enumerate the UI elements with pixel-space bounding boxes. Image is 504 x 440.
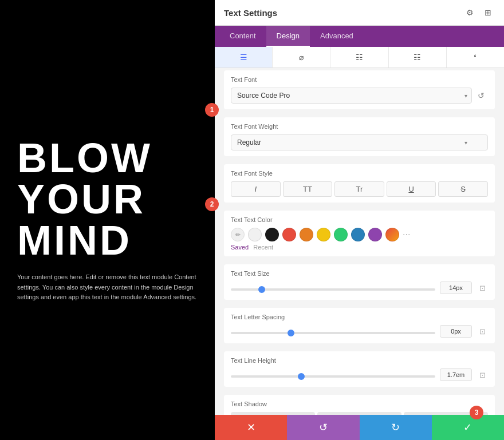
letter-spacing-responsive-btn[interactable]: ⊡ (477, 326, 488, 337)
capitalize-btn[interactable]: Tr (334, 181, 384, 197)
color-swatch-white[interactable] (248, 228, 262, 241)
step-badge-3: 3 (470, 406, 483, 419)
letter-spacing-slider-wrap (231, 326, 435, 336)
color-swatch-gradient[interactable] (385, 228, 399, 241)
line-height-value[interactable] (440, 368, 472, 381)
color-picker-btn[interactable]: ✏ (231, 228, 245, 241)
text-font-select[interactable]: Source Code Pro Arial Georgia (231, 88, 472, 104)
color-swatch-yellow[interactable] (317, 228, 330, 241)
text-size-value[interactable] (440, 282, 472, 294)
letter-spacing-slider-row: ⊡ (231, 325, 488, 338)
line-height-slider-row: ⊡ (231, 368, 488, 381)
step-badge-1: 1 (205, 103, 219, 117)
settings-panel: Text Settings ⚙ ⊞ Content Design Advance… (215, 0, 504, 440)
align-center-btn[interactable]: ☷ (330, 47, 388, 68)
uppercase-btn[interactable]: TT (283, 181, 333, 197)
align-left-btn[interactable]: ☰ (215, 47, 273, 68)
modal-title: Text Settings (224, 8, 277, 18)
text-size-slider[interactable] (231, 288, 435, 291)
saved-label[interactable]: Saved (231, 244, 249, 251)
align-right-btn[interactable]: ☷ (389, 47, 447, 68)
italic-btn[interactable]: I (231, 181, 281, 197)
text-size-responsive-btn[interactable]: ⊡ (477, 282, 488, 294)
line-height-group: Text Line Height ⊡ (224, 351, 495, 387)
letter-spacing-label: Text Letter Spacing (231, 314, 488, 320)
color-swatch-blue[interactable] (351, 228, 365, 241)
color-swatch-orange[interactable] (300, 228, 313, 241)
alignment-row: ☰ ⌀ ☷ ☷ ❛ (215, 47, 504, 68)
strikethrough-btn[interactable]: S (438, 181, 488, 197)
text-size-label: Text Text Size (231, 270, 488, 277)
font-reset-btn[interactable]: ↺ (474, 89, 488, 102)
preview-panel: BLOW YOUR MIND Your content goes here. E… (0, 0, 215, 440)
color-more-btn[interactable]: ··· (403, 230, 410, 239)
text-size-slider-wrap (231, 283, 435, 293)
redo-button[interactable]: ↻ (360, 415, 432, 440)
text-shadow-label: Text Shadow (231, 401, 488, 407)
style-buttons: I TT Tr U S (231, 181, 488, 197)
align-none-btn[interactable]: ⌀ (273, 47, 330, 68)
tab-advanced[interactable]: Advanced (310, 26, 364, 47)
text-color-label: Text Text Color (231, 216, 488, 223)
letter-spacing-group: Text Letter Spacing ⊡ (224, 308, 495, 343)
color-row: ✏ ··· (231, 228, 488, 241)
text-size-slider-row: ⊡ (231, 282, 488, 294)
text-font-weight-group: Text Font Weight Regular Bold Light ▾ (224, 117, 495, 156)
text-font-weight-select[interactable]: Regular Bold Light (231, 134, 488, 150)
align-quote-btn[interactable]: ❛ (447, 47, 504, 68)
saved-recent-row: Saved Recent (231, 244, 488, 251)
text-shadow-group: Text Shadow ⊘ aA aA aA aA aA (224, 395, 495, 415)
text-font-weight-label: Text Font Weight (231, 123, 488, 130)
reset-button[interactable]: ↺ (287, 415, 359, 440)
color-swatch-black[interactable] (265, 228, 279, 241)
line-height-label: Text Line Height (231, 357, 488, 364)
line-height-slider-wrap (231, 370, 435, 380)
line-height-responsive-btn[interactable]: ⊡ (477, 369, 488, 380)
settings-content: Text Font Source Code Pro Arial Georgia … (215, 70, 504, 415)
line-height-slider[interactable] (231, 375, 435, 378)
columns-icon-btn[interactable]: ⊞ (481, 6, 495, 19)
text-font-style-label: Text Font Style (231, 170, 488, 177)
tab-content[interactable]: Content (219, 26, 266, 47)
tabs-bar: Content Design Advanced (215, 26, 504, 47)
text-font-style-group: Text Font Style I TT Tr U S (224, 164, 495, 203)
header-icons: ⚙ ⊞ (463, 6, 495, 19)
bottom-bar: ✕ ↺ ↻ ✓ (215, 415, 504, 440)
letter-spacing-slider[interactable] (231, 332, 435, 334)
color-swatch-green[interactable] (334, 228, 348, 241)
modal-header: Text Settings ⚙ ⊞ (215, 0, 504, 26)
tab-design[interactable]: Design (266, 26, 310, 47)
letter-spacing-value[interactable] (440, 325, 472, 338)
text-font-group: Text Font Source Code Pro Arial Georgia … (224, 70, 495, 109)
color-swatch-red[interactable] (282, 228, 296, 241)
text-font-label: Text Font (231, 76, 488, 83)
hero-title: BLOW YOUR MIND (17, 137, 198, 261)
settings-icon-btn[interactable]: ⚙ (463, 6, 477, 19)
text-font-select-wrap: Source Code Pro Arial Georgia ▾ ↺ (231, 88, 488, 104)
text-size-group: Text Text Size ⊡ (224, 264, 495, 300)
hero-body: Your content goes here. Edit or remove t… (17, 272, 198, 303)
save-button[interactable]: ✓ (432, 415, 504, 440)
step-badge-2: 2 (205, 197, 219, 211)
text-color-group: Text Text Color ✏ ··· Saved Recent (224, 211, 495, 256)
recent-label[interactable]: Recent (253, 244, 273, 251)
cancel-button[interactable]: ✕ (215, 415, 287, 440)
text-font-weight-select-wrap: Regular Bold Light ▾ (231, 134, 488, 150)
color-swatch-purple[interactable] (368, 228, 382, 241)
underline-btn[interactable]: U (387, 181, 436, 197)
